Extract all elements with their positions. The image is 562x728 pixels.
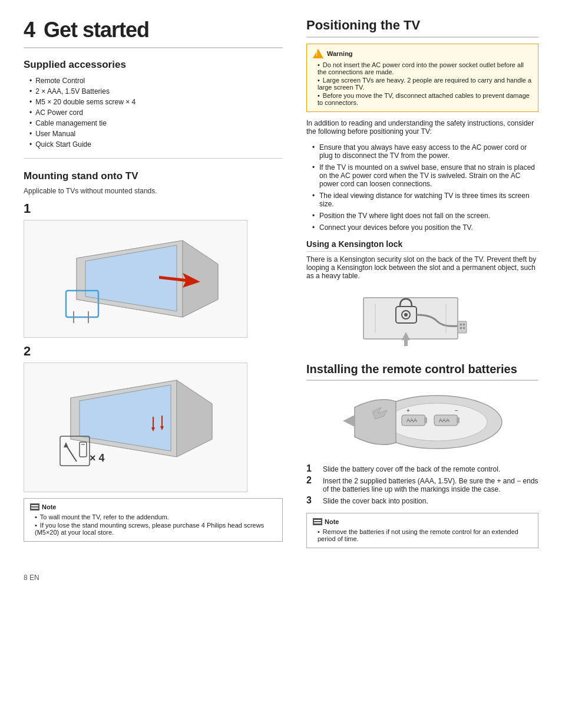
supplied-accessories-section: Supplied accessories Remote Control 2 × … bbox=[24, 59, 283, 159]
svg-marker-10 bbox=[177, 380, 212, 457]
svg-text:−: − bbox=[455, 407, 458, 414]
step-1-diagram bbox=[24, 220, 247, 338]
step-2-diagram: × 4 bbox=[24, 363, 247, 492]
list-item: If you lose the stand mounting screws, p… bbox=[35, 521, 276, 536]
battery-note-box: Note Remove the batteries if not using t… bbox=[306, 513, 538, 548]
positioning-title: Positioning the TV bbox=[306, 18, 538, 38]
warning-icon bbox=[313, 49, 323, 58]
note-list: To wall mount the TV, refer to the adden… bbox=[30, 513, 276, 536]
step-1: 1 Slide the battery cover off the back o… bbox=[306, 463, 538, 475]
list-item: Remote Control bbox=[29, 75, 283, 86]
step-3: 3 Slide the cover back into position. bbox=[306, 495, 538, 507]
svg-rect-28 bbox=[463, 324, 465, 325]
remote-diagram: AAA AAA + − bbox=[306, 387, 538, 457]
chapter-title: 4 Get started bbox=[24, 18, 283, 48]
list-item: User Manual bbox=[29, 129, 283, 139]
svg-text:× 4: × 4 bbox=[90, 452, 105, 464]
warning-box: Warning Do not insert the AC power cord … bbox=[306, 44, 538, 112]
svg-rect-32 bbox=[404, 340, 408, 346]
note-box: Note To wall mount the TV, refer to the … bbox=[24, 498, 283, 542]
svg-rect-26 bbox=[458, 321, 467, 333]
list-item: The ideal viewing distance for watching … bbox=[312, 190, 538, 210]
note-header: Note bbox=[30, 503, 276, 510]
svg-rect-38 bbox=[424, 417, 427, 423]
kensington-diagram bbox=[306, 286, 538, 351]
kensington-title: Using a Kensington lock bbox=[306, 239, 538, 252]
warning-header: Warning bbox=[313, 49, 532, 58]
list-item: Connect your devices before you position… bbox=[312, 222, 538, 233]
svg-text:AAA: AAA bbox=[406, 417, 417, 423]
list-item: AC Power cord bbox=[29, 107, 283, 118]
step-1-num: 1 bbox=[306, 464, 312, 473]
list-item: Remove the batteries if not using the re… bbox=[318, 528, 532, 543]
list-item: M5 × 20 double sems screw × 4 bbox=[29, 97, 283, 107]
list-item: Before you move the TV, disconnect attac… bbox=[318, 91, 532, 107]
step-2-num: 2 bbox=[306, 476, 312, 485]
svg-marker-14 bbox=[64, 442, 68, 447]
accessories-list: Remote Control 2 × AAA, 1.5V Batteries M… bbox=[24, 75, 283, 150]
list-item: Do not insert the AC power cord into the… bbox=[318, 61, 532, 76]
mounting-stand-section: Mounting stand onto TV Applicable to TVs… bbox=[24, 170, 283, 550]
battery-note-header: Note bbox=[313, 518, 532, 525]
step-3-num: 3 bbox=[306, 496, 312, 505]
list-item: Large screen TVs are heavy. 2 people are… bbox=[318, 76, 532, 91]
battery-note-list: Remove the batteries if not using the re… bbox=[313, 528, 532, 543]
list-item: If the TV is mounted on a swivel base, e… bbox=[312, 162, 538, 190]
remote-svg: AAA AAA + − bbox=[319, 387, 525, 457]
mounting-stand-title: Mounting stand onto TV bbox=[24, 170, 283, 182]
list-item: Cable management tie bbox=[29, 118, 283, 129]
kensington-text: There is a Kensington security slot on t… bbox=[306, 255, 538, 280]
list-item: Ensure that you always have easy access … bbox=[312, 141, 538, 162]
positioning-bullets: Ensure that you always have easy access … bbox=[306, 141, 538, 233]
svg-point-25 bbox=[404, 313, 408, 317]
svg-marker-43 bbox=[343, 415, 355, 427]
tv-stand-diagram-1 bbox=[29, 223, 242, 335]
step-2: 2 Insert the 2 supplied batteries (AAA, … bbox=[306, 475, 538, 495]
battery-steps: 1 Slide the battery cover off the back o… bbox=[306, 463, 538, 507]
warning-list: Do not insert the AC power cord into the… bbox=[313, 61, 532, 107]
list-item: Quick Start Guide bbox=[29, 139, 283, 150]
svg-line-13 bbox=[66, 445, 77, 462]
remote-batteries-title: Installing the remote control batteries bbox=[306, 363, 538, 381]
svg-text:+: + bbox=[406, 407, 410, 414]
list-item: Position the TV where light does not fal… bbox=[312, 210, 538, 222]
svg-rect-41 bbox=[457, 417, 459, 423]
supplied-accessories-title: Supplied accessories bbox=[24, 59, 283, 71]
tv-stand-diagram-2: × 4 bbox=[29, 365, 242, 489]
note-icon bbox=[313, 518, 322, 525]
page-footer: 8 EN bbox=[24, 574, 538, 582]
applicable-text: Applicable to TVs without mounted stands… bbox=[24, 187, 283, 195]
step-2-label: 2 bbox=[24, 344, 283, 359]
step-1-label: 1 bbox=[24, 201, 283, 216]
svg-text:AAA: AAA bbox=[439, 417, 449, 423]
svg-rect-22 bbox=[363, 298, 458, 339]
note-icon bbox=[30, 503, 39, 510]
svg-rect-29 bbox=[460, 327, 462, 329]
svg-rect-30 bbox=[463, 327, 465, 329]
positioning-intro: In addition to reading and understanding… bbox=[306, 119, 538, 136]
svg-rect-27 bbox=[460, 324, 462, 325]
list-item: 2 × AAA, 1.5V Batteries bbox=[29, 86, 283, 97]
kensington-svg bbox=[328, 286, 517, 351]
list-item: To wall mount the TV, refer to the adden… bbox=[35, 513, 276, 521]
